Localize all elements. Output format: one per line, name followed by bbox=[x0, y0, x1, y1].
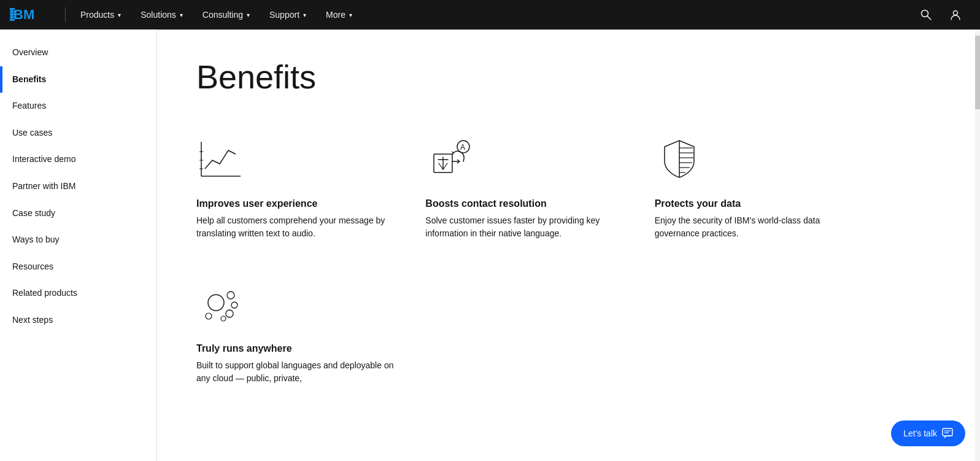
svg-line-17 bbox=[439, 163, 443, 169]
benefit-item-runs-anywhere: Truly runs anywhere Built to support glo… bbox=[196, 279, 396, 385]
page-title: Benefits bbox=[196, 59, 854, 95]
sidebar-item-features[interactable]: Features bbox=[0, 93, 156, 120]
nav-item-consulting[interactable]: Consulting ▾ bbox=[193, 0, 260, 29]
sidebar: Overview Benefits Features Use cases Int… bbox=[0, 29, 157, 414]
sidebar-item-partner-with-ibm[interactable]: Partner with IBM bbox=[0, 173, 156, 200]
navbar: IBM Products ▾ Solutions ▾ Consulting ▾ … bbox=[0, 0, 980, 29]
search-button[interactable] bbox=[911, 0, 941, 29]
nav-item-products[interactable]: Products ▾ bbox=[71, 0, 131, 29]
benefit-item-contact-resolution: A Boosts contact resolution Solve custom… bbox=[425, 134, 625, 240]
sidebar-item-related-products[interactable]: Related products bbox=[0, 280, 156, 307]
svg-point-29 bbox=[227, 292, 234, 299]
chevron-down-icon: ▾ bbox=[247, 12, 250, 18]
ibm-logo[interactable]: IBM bbox=[10, 8, 45, 21]
page-wrapper: Overview Benefits Features Use cases Int… bbox=[0, 29, 980, 414]
sidebar-item-ways-to-buy[interactable]: Ways to buy bbox=[0, 227, 156, 254]
chevron-down-icon: ▾ bbox=[180, 12, 183, 18]
benefits-bottom: Truly runs anywhere Built to support glo… bbox=[196, 279, 854, 385]
svg-point-6 bbox=[922, 10, 928, 17]
shield-icon bbox=[655, 134, 704, 184]
user-icon bbox=[949, 9, 962, 21]
sidebar-item-resources[interactable]: Resources bbox=[0, 254, 156, 281]
nav-item-support[interactable]: Support ▾ bbox=[260, 0, 316, 29]
benefit-item-user-experience: Improves user experience Help all custom… bbox=[196, 134, 396, 240]
benefit-item-data-protection: Protects your data Enjoy the security of… bbox=[655, 134, 854, 240]
svg-point-30 bbox=[231, 302, 237, 308]
user-button[interactable] bbox=[941, 0, 970, 29]
svg-line-18 bbox=[443, 163, 447, 169]
scrollbar-track[interactable] bbox=[975, 29, 980, 414]
svg-point-28 bbox=[208, 295, 224, 311]
sidebar-item-case-study[interactable]: Case study bbox=[0, 200, 156, 227]
benefit-title-data-protection: Protects your data bbox=[655, 198, 854, 209]
benefit-desc-user-experience: Help all customers comprehend your messa… bbox=[196, 214, 396, 240]
chevron-down-icon: ▾ bbox=[118, 12, 121, 18]
benefits-grid: Improves user experience Help all custom… bbox=[196, 134, 854, 240]
chevron-down-icon: ▾ bbox=[303, 12, 306, 18]
benefit-desc-contact-resolution: Solve customer issues faster by providin… bbox=[425, 214, 625, 240]
nav-item-solutions[interactable]: Solutions ▾ bbox=[131, 0, 193, 29]
svg-point-32 bbox=[221, 316, 226, 321]
nav-item-more[interactable]: More ▾ bbox=[316, 0, 362, 29]
translate-icon: A bbox=[425, 134, 474, 184]
sidebar-item-benefits[interactable]: Benefits bbox=[0, 66, 156, 93]
svg-point-8 bbox=[954, 11, 958, 15]
sidebar-item-use-cases[interactable]: Use cases bbox=[0, 120, 156, 147]
chart-icon bbox=[196, 134, 245, 184]
benefit-title-runs-anywhere: Truly runs anywhere bbox=[196, 343, 396, 354]
svg-text:A: A bbox=[460, 143, 465, 152]
benefit-title-user-experience: Improves user experience bbox=[196, 198, 396, 209]
svg-point-33 bbox=[206, 313, 212, 319]
navbar-divider bbox=[65, 7, 66, 22]
sidebar-item-next-steps[interactable]: Next steps bbox=[0, 307, 156, 334]
sidebar-item-overview[interactable]: Overview bbox=[0, 39, 156, 66]
svg-text:IBM: IBM bbox=[10, 8, 34, 21]
main-content: Benefits Improves user bbox=[157, 29, 893, 414]
benefit-title-contact-resolution: Boosts contact resolution bbox=[425, 198, 625, 209]
nav-right bbox=[911, 0, 970, 29]
sidebar-item-interactive-demo[interactable]: Interactive demo bbox=[0, 146, 156, 173]
benefit-desc-runs-anywhere: Built to support global languages and de… bbox=[196, 359, 396, 385]
search-icon bbox=[920, 9, 932, 21]
svg-point-31 bbox=[226, 310, 233, 317]
chevron-down-icon: ▾ bbox=[349, 12, 352, 18]
content-divider bbox=[157, 29, 980, 30]
scrollbar-thumb[interactable] bbox=[975, 36, 980, 109]
circles-icon bbox=[196, 279, 245, 328]
benefit-desc-data-protection: Enjoy the security of IBM's world-class … bbox=[655, 214, 854, 240]
svg-line-7 bbox=[928, 17, 932, 20]
nav-items: Products ▾ Solutions ▾ Consulting ▾ Supp… bbox=[71, 0, 911, 29]
